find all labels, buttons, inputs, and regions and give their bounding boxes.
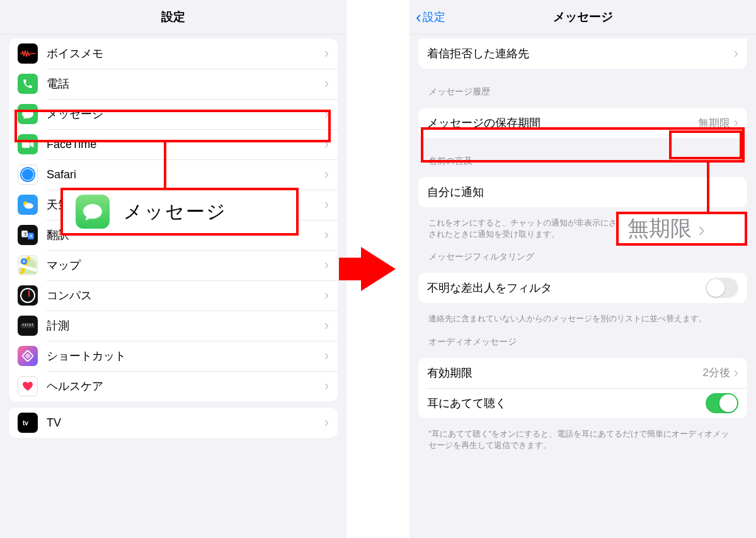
chevron-right-icon: › <box>324 106 329 122</box>
messages-icon <box>18 104 38 124</box>
chevron-right-icon: › <box>698 217 705 241</box>
tv-icon: tv <box>18 413 38 433</box>
raise-note: "耳にあてて聴く"をオンにすると、電話を耳にあてるだけで簡単にオーディオメッセー… <box>410 425 756 451</box>
measure-icon <box>18 316 38 336</box>
row-label: 計測 <box>47 318 324 333</box>
callout-value: 無期限 › <box>616 212 747 246</box>
arrow-right <box>346 0 410 538</box>
connector-line-2 <box>707 161 709 212</box>
settings-title: 設定 <box>161 9 185 25</box>
chevron-right-icon: › <box>324 257 329 273</box>
settings-header: 設定 <box>0 0 346 35</box>
svg-text:tv: tv <box>23 420 28 426</box>
row-label: 耳にあてて聴く <box>427 396 706 411</box>
row-label: ショートカット <box>47 348 324 363</box>
svg-rect-19 <box>25 353 31 359</box>
row-tv[interactable]: tv TV › <box>9 408 338 438</box>
row-label: 電話 <box>47 76 324 91</box>
row-label: 自分に通知 <box>427 185 738 200</box>
svg-point-3 <box>22 169 33 180</box>
settings-screen: 設定 ボイスメモ › 電話 › <box>0 0 346 538</box>
filter-note: 連絡先に含まれていない人からのメッセージを別のリストに並べ替えます。 <box>410 309 756 324</box>
svg-text:文: 文 <box>23 232 28 237</box>
row-raise-to-listen[interactable]: 耳にあてて聴く <box>418 388 747 418</box>
row-measure[interactable]: 計測 › <box>9 311 338 341</box>
row-phone[interactable]: 電話 › <box>9 69 338 99</box>
row-label: マップ <box>47 258 324 273</box>
callout-text: メッセージ <box>123 199 227 225</box>
chevron-right-icon: › <box>324 348 329 364</box>
row-label: 有効期限 <box>427 365 702 381</box>
row-expire[interactable]: 有効期限 2分後 › <box>418 358 747 388</box>
raise-toggle[interactable] <box>706 393 738 413</box>
chevron-right-icon: › <box>734 365 738 381</box>
row-label: TV <box>47 416 324 430</box>
translate-icon: 文A <box>18 225 38 245</box>
health-icon <box>18 376 38 396</box>
row-messages[interactable]: メッセージ › <box>9 99 338 129</box>
messages-title: メッセージ <box>553 9 613 25</box>
chevron-right-icon: › <box>734 45 738 62</box>
row-label: コンパス <box>47 288 324 303</box>
row-label: FaceTime <box>47 138 324 151</box>
voicememos-icon <box>18 43 38 64</box>
row-compass[interactable]: コンパス › <box>9 280 338 311</box>
chevron-right-icon: › <box>324 76 329 92</box>
section-history: メッセージ履歴 <box>410 75 756 101</box>
row-voicememos[interactable]: ボイスメモ › <box>9 38 338 69</box>
row-maps[interactable]: マップ › <box>9 250 338 280</box>
shortcuts-icon <box>18 346 38 366</box>
svg-text:A: A <box>30 234 33 239</box>
row-label: ヘルスケア <box>47 379 324 394</box>
row-label: メッセージ <box>47 106 324 122</box>
phone-icon <box>18 74 38 94</box>
section-mention: 名前の言及 <box>410 144 756 171</box>
facetime-icon <box>18 134 38 154</box>
chevron-left-icon: ‹ <box>416 9 421 25</box>
chevron-right-icon: › <box>324 166 329 183</box>
messages-settings-screen: ‹ 設定 メッセージ 着信拒否した連絡先 › メッセージ履歴 メッセージの保存期… <box>410 0 756 538</box>
row-shortcuts[interactable]: ショートカット › <box>9 341 338 371</box>
messages-header: ‹ 設定 メッセージ <box>410 0 756 35</box>
weather-icon <box>18 195 38 215</box>
chevron-right-icon: › <box>324 415 329 431</box>
back-button[interactable]: ‹ 設定 <box>416 9 445 25</box>
section-audio: オーディオメッセージ <box>410 325 756 352</box>
row-label: Safari <box>47 168 324 181</box>
chevron-right-icon: › <box>324 318 329 334</box>
safari-icon <box>18 164 38 185</box>
row-blocked-contacts[interactable]: 着信拒否した連絡先 › <box>418 38 747 69</box>
chevron-right-icon: › <box>734 115 738 131</box>
row-notify-me[interactable]: 自分に通知 <box>418 177 747 207</box>
chevron-right-icon: › <box>324 378 329 394</box>
row-value: 2分後 <box>702 365 730 380</box>
callout-messages: メッセージ <box>60 188 299 236</box>
row-label: メッセージの保存期間 <box>427 115 698 130</box>
back-label: 設定 <box>423 9 445 25</box>
row-keep-messages[interactable]: メッセージの保存期間 無期限 › <box>418 108 747 138</box>
connector-line <box>164 142 166 188</box>
row-safari[interactable]: Safari › <box>9 159 338 190</box>
row-label: 不明な差出人をフィルタ <box>427 280 706 295</box>
chevron-right-icon: › <box>324 287 329 304</box>
filter-toggle[interactable] <box>706 278 738 298</box>
row-health[interactable]: ヘルスケア › <box>9 371 338 401</box>
arrow-icon <box>361 247 396 291</box>
chevron-right-icon: › <box>324 136 329 152</box>
callout-value-text: 無期限 <box>627 214 692 243</box>
messages-icon <box>76 195 110 229</box>
svg-rect-0 <box>22 140 30 148</box>
compass-icon <box>18 285 38 306</box>
row-label: 着信拒否した連絡先 <box>427 46 734 61</box>
chevron-right-icon: › <box>324 227 329 243</box>
svg-point-5 <box>25 203 33 209</box>
row-filter-unknown[interactable]: 不明な差出人をフィルタ <box>418 273 747 303</box>
chevron-right-icon: › <box>324 45 329 62</box>
row-value: 無期限 <box>698 116 730 130</box>
maps-icon <box>18 255 38 275</box>
row-label: ボイスメモ <box>47 46 324 61</box>
row-facetime[interactable]: FaceTime › <box>9 129 338 159</box>
chevron-right-icon: › <box>324 197 329 213</box>
